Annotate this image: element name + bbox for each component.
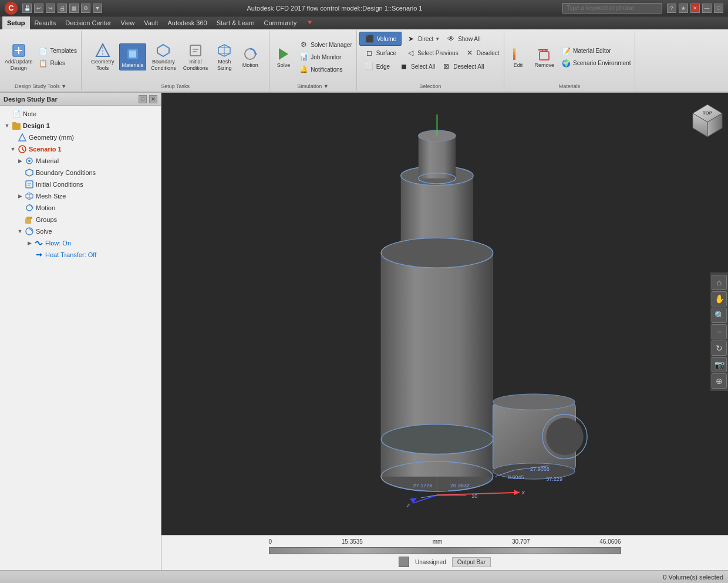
favorites-btn[interactable]: ★ xyxy=(679,4,688,13)
menu-decision-center[interactable]: Decision Center xyxy=(60,16,116,29)
tree-boundary[interactable]: Boundary Conditions xyxy=(0,167,161,178)
tree-initial[interactable]: Initial Conditions xyxy=(0,178,161,190)
quick-access-redo[interactable]: ↪ xyxy=(46,4,55,13)
material-editor-btn[interactable]: 📝 Material Editor xyxy=(559,45,632,57)
quick-access-settings[interactable]: ⚙ xyxy=(81,4,90,13)
menu-results[interactable]: Results xyxy=(30,16,61,29)
svg-line-72 xyxy=(437,492,520,495)
close-btn[interactable]: ✕ xyxy=(690,4,700,13)
viewport[interactable]: z x 10 20.3832 27.1776 8.6045 27.9058 37… xyxy=(161,93,728,570)
vp-settings-btn[interactable]: ⊕ xyxy=(712,373,727,389)
job-monitor-icon: 📊 xyxy=(298,52,309,62)
surface-btn[interactable]: ◻ Surface xyxy=(359,46,401,59)
setup-tasks-label: Setup Tasks xyxy=(161,83,190,89)
tree-heat[interactable]: Heat Transfer: Off xyxy=(0,249,161,261)
edge-icon: ⬜ xyxy=(364,61,375,72)
note-expand xyxy=(4,110,11,117)
svg-rect-22 xyxy=(540,52,549,60)
rules-btn[interactable]: 📋 Rules xyxy=(36,58,79,69)
materials-items: Edit Remove xyxy=(507,32,633,82)
tree-design1[interactable]: ▼ Design 1 xyxy=(0,120,161,132)
deselect-btn[interactable]: ✕ Deselect xyxy=(463,47,501,59)
edit-btn[interactable]: Edit xyxy=(507,44,530,70)
vp-home-btn[interactable]: ⌂ xyxy=(712,275,727,290)
scenario-environment-btn[interactable]: 🌍 Scenario Environment xyxy=(559,58,632,69)
tree-mesh[interactable]: ▶ Mesh Size xyxy=(0,190,161,202)
help-btn[interactable]: ? xyxy=(667,4,676,13)
svg-rect-21 xyxy=(513,48,515,49)
menu-vault[interactable]: Vault xyxy=(139,16,163,29)
quick-access-3d[interactable]: ▦ xyxy=(69,4,79,13)
menu-start-learn[interactable]: Start & Learn xyxy=(212,16,259,29)
sidebar-restore-btn[interactable]: □ xyxy=(139,95,147,103)
vp-pan-btn[interactable]: ✋ xyxy=(712,291,727,306)
solve-btn[interactable]: Solve xyxy=(272,44,295,70)
svg-text:TOP: TOP xyxy=(703,110,713,116)
select-previous-btn[interactable]: ◁ Select Previous xyxy=(403,47,460,59)
tree-groups[interactable]: Groups xyxy=(0,214,161,225)
select-previous-icon: ◁ xyxy=(405,48,416,58)
templates-btn[interactable]: 📄 Templates xyxy=(36,45,79,57)
motion-btn[interactable]: Motion xyxy=(238,44,262,70)
minimize-btn[interactable]: — xyxy=(702,4,712,13)
select-all-icon: ◼ xyxy=(399,61,409,72)
tree-note[interactable]: 📄 Note xyxy=(0,108,161,120)
deselect-all-btn[interactable]: ⊠ Deselect All xyxy=(439,60,486,72)
add-update-design-btn[interactable]: Add/UpdateDesign xyxy=(2,41,35,73)
initial-conditions-btn[interactable]: InitialConditions xyxy=(181,41,211,73)
vp-zoom-in-btn[interactable]: 🔍 xyxy=(712,308,727,323)
right-toolbar: ⌂ ✋ 🔍 − ↻ 📷 ⊕ xyxy=(710,272,728,391)
scenario-environment-icon: 🌍 xyxy=(561,58,571,69)
templates-label: Templates xyxy=(50,48,77,54)
unassigned-label: Unassigned xyxy=(415,559,446,565)
vp-camera-btn[interactable]: 📷 xyxy=(712,357,727,372)
volume-btn[interactable]: ⬛ Volume xyxy=(359,32,402,46)
svg-rect-20 xyxy=(513,49,515,52)
menu-setup[interactable]: Setup xyxy=(2,16,30,29)
initial-label: Initial Conditions xyxy=(36,181,83,188)
mesh-sizing-label: MeshSizing xyxy=(217,59,232,72)
menu-community[interactable]: Community xyxy=(259,16,302,29)
quick-access-more[interactable]: ▼ xyxy=(93,4,102,13)
solver-manager-btn[interactable]: ⚙ Solver Manager xyxy=(296,39,354,50)
simulation-items: Solve ⚙ Solver Manager 📊 Job Monitor 🔔 N… xyxy=(272,32,354,82)
group-materials: Edit Remove xyxy=(504,31,636,90)
job-monitor-btn[interactable]: 📊 Job Monitor xyxy=(296,51,354,63)
quick-access-save[interactable]: 💾 xyxy=(22,4,32,13)
boundary-conditions-btn[interactable]: BoundaryConditions xyxy=(149,41,178,73)
vp-rotate-btn[interactable]: ↻ xyxy=(712,341,727,356)
scenario1-icon xyxy=(18,144,27,154)
menu-view[interactable]: View xyxy=(116,16,140,29)
show-all-btn[interactable]: 👁 Show All xyxy=(444,33,482,45)
search-input[interactable] xyxy=(562,3,662,14)
materials-btn[interactable]: Materials xyxy=(119,43,147,71)
ribbon-content: Add/UpdateDesign 📄 Templates 📋 Rules Des… xyxy=(0,29,728,92)
output-bar-button[interactable]: Output Bar xyxy=(452,557,491,567)
notifications-btn[interactable]: 🔔 Notifications xyxy=(296,63,354,75)
svg-point-32 xyxy=(28,160,31,162)
sidebar-close-btn[interactable]: ✕ xyxy=(149,95,157,103)
direct-btn[interactable]: ➤ Direct ▼ xyxy=(404,33,441,45)
remove-btn[interactable]: Remove xyxy=(532,44,557,70)
tree-motion[interactable]: Motion xyxy=(0,202,161,214)
menu-extra[interactable]: 🔻 xyxy=(301,16,319,29)
geometry-tools-btn[interactable]: GeometryTools xyxy=(89,41,117,73)
edge-btn[interactable]: ⬜ Edge xyxy=(359,60,395,73)
tree-scenario1[interactable]: ▼ Scenario 1 xyxy=(0,143,161,155)
boundary-conditions-label: BoundaryConditions xyxy=(151,59,176,72)
quick-access-undo[interactable]: ↩ xyxy=(34,4,43,13)
svg-text:10: 10 xyxy=(471,493,477,498)
notifications-label: Notifications xyxy=(311,66,342,73)
quick-access-print[interactable]: 🖨 xyxy=(58,4,67,13)
tree-flow[interactable]: ▶ Flow: On xyxy=(0,237,161,249)
initial-expand xyxy=(16,181,23,188)
menu-autodesk360[interactable]: Autodesk 360 xyxy=(163,16,211,29)
templates-icon: 📄 xyxy=(38,46,49,56)
select-all-btn[interactable]: ◼ Select All xyxy=(397,60,437,72)
mesh-sizing-btn[interactable]: MeshSizing xyxy=(213,41,236,73)
maximize-btn[interactable]: □ xyxy=(714,4,723,13)
tree-material[interactable]: ▶ Material xyxy=(0,155,161,167)
tree-geometry[interactable]: Geometry (mm) xyxy=(0,132,161,143)
tree-solve[interactable]: ▼ Solve xyxy=(0,225,161,237)
vp-zoom-out-btn[interactable]: − xyxy=(712,324,727,339)
